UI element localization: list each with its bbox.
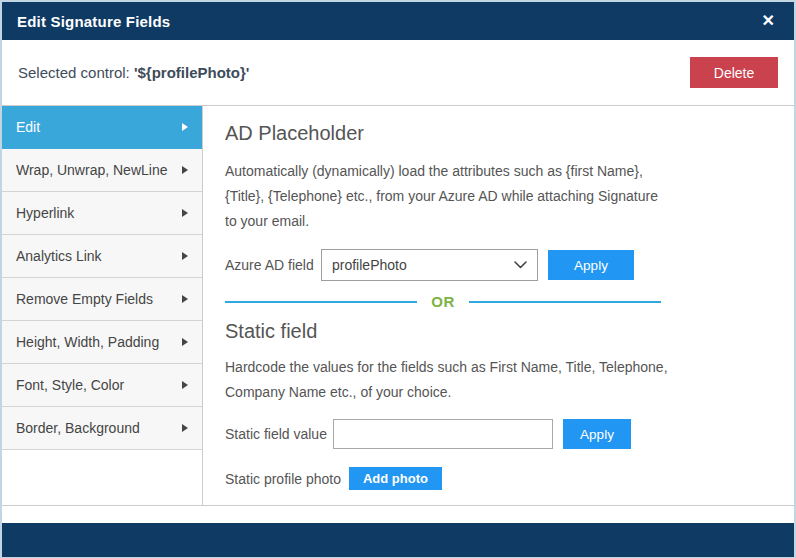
static-field-label: Static field value <box>225 426 333 442</box>
sidebar-item-label: Edit <box>16 119 40 135</box>
sidebar-item-remove-empty-fields[interactable]: Remove Empty Fields <box>2 278 202 321</box>
static-photo-row: Static profile photo Add photo <box>225 467 772 490</box>
sidebar-item-label: Hyperlink <box>16 205 74 221</box>
selected-control-text: Selected control: '${profilePhoto}' <box>18 64 249 81</box>
or-divider: OR <box>225 293 661 310</box>
static-field-title: Static field <box>225 320 772 343</box>
caret-right-icon <box>182 424 188 432</box>
close-icon[interactable]: ✕ <box>758 11 779 31</box>
azure-ad-field-selected-value: profilePhoto <box>332 257 407 273</box>
caret-right-icon <box>182 166 188 174</box>
caret-right-icon <box>182 123 188 131</box>
ad-placeholder-description: Automatically (dynamically) load the att… <box>225 159 772 234</box>
ad-placeholder-title: AD Placeholder <box>225 122 772 145</box>
sidebar-item-font-style-color[interactable]: Font, Style, Color <box>2 364 202 407</box>
static-field-description: Hardcode the values for the fields such … <box>225 355 772 405</box>
add-photo-button[interactable]: Add photo <box>349 467 442 490</box>
dialog-title: Edit Signature Fields <box>17 13 170 30</box>
azure-ad-field-label: Azure AD field <box>225 257 321 273</box>
chevron-down-icon <box>514 261 527 269</box>
azure-ad-field-row: Azure AD field profilePhoto Apply <box>225 249 772 281</box>
azure-apply-button[interactable]: Apply <box>548 250 634 280</box>
static-photo-label: Static profile photo <box>225 471 341 487</box>
sidebar: Edit Wrap, Unwrap, NewLine Hyperlink Ana… <box>2 106 203 505</box>
dialog-header: Edit Signature Fields ✕ <box>2 2 794 40</box>
caret-right-icon <box>182 381 188 389</box>
sidebar-item-label: Remove Empty Fields <box>16 291 153 307</box>
caret-right-icon <box>182 338 188 346</box>
sidebar-item-border-background[interactable]: Border, Background <box>2 407 202 450</box>
or-label: OR <box>431 293 455 310</box>
sidebar-item-label: Font, Style, Color <box>16 377 124 393</box>
delete-button[interactable]: Delete <box>690 57 778 88</box>
sidebar-item-height-width-padding[interactable]: Height, Width, Padding <box>2 321 202 364</box>
sidebar-item-label: Height, Width, Padding <box>16 334 159 350</box>
azure-ad-field-select[interactable]: profilePhoto <box>321 249 538 281</box>
caret-right-icon <box>182 295 188 303</box>
content-panel: AD Placeholder Automatically (dynamicall… <box>203 106 794 505</box>
sidebar-item-label: Analytics Link <box>16 248 102 264</box>
selected-control-bar: Selected control: '${profilePhoto}' Dele… <box>2 40 794 106</box>
footer-bar <box>2 523 794 557</box>
sidebar-item-wrap-unwrap-newline[interactable]: Wrap, Unwrap, NewLine <box>2 149 202 192</box>
caret-right-icon <box>182 252 188 260</box>
divider-line <box>469 301 661 303</box>
edit-signature-fields-dialog: Edit Signature Fields ✕ Selected control… <box>0 0 796 558</box>
divider-line <box>225 301 417 303</box>
footer-gap <box>2 506 794 523</box>
sidebar-item-label: Border, Background <box>16 420 140 436</box>
static-field-row: Static field value Apply <box>225 419 772 449</box>
sidebar-item-edit[interactable]: Edit <box>2 106 202 149</box>
selected-control-label: Selected control: <box>18 64 134 81</box>
static-apply-button[interactable]: Apply <box>563 419 631 449</box>
static-field-input[interactable] <box>333 419 553 449</box>
caret-right-icon <box>182 209 188 217</box>
dialog-body: Edit Wrap, Unwrap, NewLine Hyperlink Ana… <box>2 106 794 506</box>
sidebar-item-analytics-link[interactable]: Analytics Link <box>2 235 202 278</box>
sidebar-item-hyperlink[interactable]: Hyperlink <box>2 192 202 235</box>
selected-control-value: '${profilePhoto}' <box>134 64 249 81</box>
sidebar-item-label: Wrap, Unwrap, NewLine <box>16 162 167 178</box>
